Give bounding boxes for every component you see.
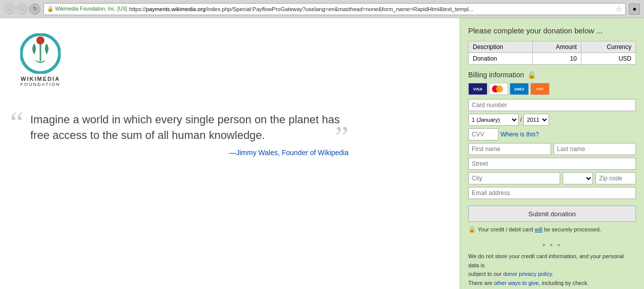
footer-line3-prefix: There are <box>468 280 494 286</box>
donation-form-panel: Please complete your donation below ... … <box>460 18 644 289</box>
address-bar[interactable]: 🔒 Wikimedia Foundation, Inc. [US] https:… <box>43 3 626 15</box>
city-input[interactable] <box>468 172 560 184</box>
last-name-input[interactable] <box>554 143 636 155</box>
visa-icon: VISA <box>468 83 487 95</box>
footer-line2-prefix: subject to our <box>468 271 503 277</box>
donation-summary-table: Description Amount Currency Donation 10 … <box>468 41 636 65</box>
ssl-badge: 🔒 Wikimedia Foundation, Inc. [US] <box>47 6 127 12</box>
cvv-row: Where is this? <box>468 128 636 140</box>
date-separator: / <box>520 116 522 123</box>
city-row: ALAKAZCA COCTFLGA NYTXWA <box>468 172 636 184</box>
amex-icon: AMEX <box>510 83 529 95</box>
name-row <box>468 143 636 155</box>
card-number-input[interactable] <box>468 99 636 111</box>
secure-note-text: Your credit / debit card will be securel… <box>478 226 601 232</box>
month-select[interactable]: 1 (January) 2 (February) 3 (March) 4 (Ap… <box>468 114 519 126</box>
col-amount: Amount <box>532 41 581 53</box>
privacy-policy-link[interactable]: donor privacy policy <box>503 271 552 277</box>
browser-toolbar: ← → ↻ 🔒 Wikimedia Foundation, Inc. [US] … <box>0 0 644 18</box>
col-description: Description <box>469 41 533 53</box>
forward-button[interactable]: → <box>17 4 28 15</box>
street-input[interactable] <box>468 158 636 170</box>
date-selects: 1 (January) 2 (February) 3 (March) 4 (Ap… <box>468 114 549 126</box>
footer-line1: We do not store your credit card informa… <box>468 253 624 268</box>
attribution-prefix: —Jimmy Wales, <box>229 149 280 157</box>
secure-will-link[interactable]: will <box>535 226 542 232</box>
extensions-button[interactable]: ■ <box>629 4 640 15</box>
quote-mark-left: “ <box>10 107 24 137</box>
page-content: WIKIMEDIA FOUNDATION “ Imagine a world i… <box>0 18 644 289</box>
org-name: WIKIMEDIA <box>21 76 60 82</box>
quote-text: Imagine a world in which every single pe… <box>20 112 349 143</box>
date-row: 1 (January) 2 (February) 3 (March) 4 (Ap… <box>468 114 636 126</box>
reload-button[interactable]: ↻ <box>29 4 40 15</box>
col-currency: Currency <box>581 41 635 53</box>
url-text: https://payments.wikimedia.org/index.php… <box>129 6 614 12</box>
billing-header: Billing information 🔒 <box>468 71 636 79</box>
donation-currency: USD <box>581 53 635 65</box>
left-section: WIKIMEDIA FOUNDATION “ Imagine a world i… <box>0 18 460 289</box>
secure-lock-icon: 🔒 <box>468 226 476 233</box>
quote-attribution: —Jimmy Wales, Founder of Wikipedia <box>20 149 349 157</box>
zip-input[interactable] <box>596 172 636 184</box>
first-name-input[interactable] <box>468 143 551 155</box>
divider-dots: • • • <box>468 241 636 249</box>
card-icons: VISA AMEX DISC <box>468 83 636 95</box>
billing-title: Billing information <box>468 71 524 79</box>
mastercard-icon <box>489 83 508 95</box>
ssl-org-text: Wikimedia Foundation, Inc. [US] <box>55 6 127 12</box>
footer-text: We do not store your credit card informa… <box>468 252 636 289</box>
form-title: Please complete your donation below ... <box>468 26 636 35</box>
donation-row: Donation 10 USD <box>469 53 636 65</box>
secure-note: 🔒 Your credit / debit card will be secur… <box>468 226 636 233</box>
donation-amount: 10 <box>532 53 581 65</box>
lock-icon: 🔒 <box>47 6 54 12</box>
wikimedia-logo <box>20 33 61 74</box>
org-sub: FOUNDATION <box>21 82 61 87</box>
bookmark-star-icon[interactable]: ☆ <box>616 5 622 13</box>
donation-label: Donation <box>469 53 533 65</box>
state-select[interactable]: ALAKAZCA COCTFLGA NYTXWA <box>563 172 593 184</box>
footer-line3-suffix: , including by check. <box>538 280 588 286</box>
email-input[interactable] <box>468 187 636 199</box>
svg-point-1 <box>36 36 44 44</box>
year-select[interactable]: 2011 2012 2013 2014 2015 2016 2017 2018 <box>523 114 549 126</box>
logo-area: WIKIMEDIA FOUNDATION <box>20 33 61 87</box>
quote-section: “ Imagine a world in which every single … <box>20 112 349 157</box>
other-ways-link[interactable]: other ways to give <box>494 280 539 286</box>
submit-donation-button[interactable]: Submit donation <box>468 206 636 222</box>
discover-icon: DISC <box>530 83 550 95</box>
billing-lock-icon: 🔒 <box>527 71 536 79</box>
quote-mark-right: ” <box>335 121 349 152</box>
back-button[interactable]: ← <box>4 4 15 15</box>
cvv-input[interactable] <box>468 128 499 140</box>
cvv-help-link[interactable]: Where is this? <box>501 131 539 138</box>
nav-buttons: ← → ↻ <box>4 4 40 15</box>
